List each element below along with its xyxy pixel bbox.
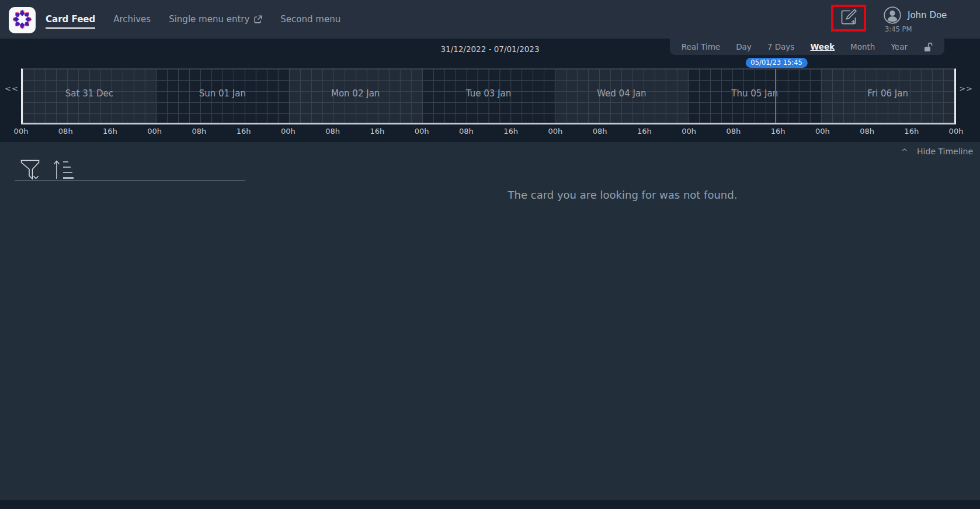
hour-label: 00h xyxy=(281,127,296,136)
hour-label: 08h xyxy=(726,127,741,136)
mode-7-days[interactable]: 7 Days xyxy=(767,42,795,51)
hour-label: 00h xyxy=(949,127,964,136)
day-label: Fri 06 Jan xyxy=(867,88,908,99)
compose-button-highlighted[interactable] xyxy=(831,5,866,32)
day-label: Thu 05 Jan xyxy=(731,88,778,99)
main-content: ^ Hide Timeline The card you are looking… xyxy=(0,142,980,500)
timeline-prev-button[interactable]: << xyxy=(5,84,19,93)
hide-timeline-button[interactable]: ^ Hide Timeline xyxy=(901,147,973,156)
mode-week[interactable]: Week xyxy=(810,42,835,51)
sort-button[interactable] xyxy=(53,160,74,180)
timeline-grid[interactable]: Sat 31 Dec Sun 01 Jan Mon 02 Jan Tue 03 … xyxy=(21,68,956,124)
hour-label: 08h xyxy=(192,127,207,136)
hour-label: 00h xyxy=(14,127,29,136)
timeline-next-button[interactable]: >> xyxy=(959,84,973,93)
timeline-day: Sat 31 Dec xyxy=(23,69,156,123)
hour-label: 00h xyxy=(415,127,429,136)
logo-icon xyxy=(11,8,33,33)
filter-button[interactable] xyxy=(20,160,41,180)
funnel-icon xyxy=(22,161,39,179)
user-time: 3:45 PM xyxy=(885,25,947,33)
user-name: John Doe xyxy=(908,10,947,20)
nav-item-second-menu[interactable]: Second menu xyxy=(280,14,340,25)
hour-label: 00h xyxy=(147,127,162,136)
caret-up-icon: ^ xyxy=(901,147,908,156)
hour-label: 08h xyxy=(860,127,874,136)
day-label: Sat 31 Dec xyxy=(65,88,113,99)
hour-label: 16h xyxy=(637,127,652,136)
bottom-strip xyxy=(0,500,980,509)
hour-label: 16h xyxy=(370,127,385,136)
main-nav: Card Feed Archives Single menu entry Sec… xyxy=(46,0,340,39)
hide-timeline-label: Hide Timeline xyxy=(917,147,973,156)
hour-label: 16h xyxy=(237,127,251,136)
mode-month[interactable]: Month xyxy=(850,42,875,51)
timeline-section: 31/12/2022 - 07/01/2023 Real Time Day 7 … xyxy=(0,39,980,142)
nav-item-label: Single menu entry xyxy=(169,14,249,25)
card-feed-toolbar xyxy=(20,160,74,180)
hour-label: 00h xyxy=(682,127,696,136)
compose-icon xyxy=(839,7,859,29)
timeline-range-modes: Real Time Day 7 Days Week Month Year xyxy=(670,39,944,55)
timeline-day: Fri 06 Jan xyxy=(821,69,954,123)
not-found-message: The card you are looking for was not fou… xyxy=(508,189,738,201)
timeline-day: Tue 03 Jan xyxy=(422,69,555,123)
day-label: Mon 02 Jan xyxy=(331,88,380,99)
nav-item-archives[interactable]: Archives xyxy=(113,14,151,25)
nav-item-single-menu-entry[interactable]: Single menu entry xyxy=(169,14,262,25)
hour-label: 08h xyxy=(58,127,73,136)
navbar: Card Feed Archives Single menu entry Sec… xyxy=(0,0,980,39)
timeline-day: Wed 04 Jan xyxy=(555,69,688,123)
day-label: Tue 03 Jan xyxy=(466,88,511,99)
app-logo[interactable] xyxy=(9,7,36,33)
mode-real-time[interactable]: Real Time xyxy=(682,42,720,51)
external-link-icon xyxy=(253,15,262,24)
timeline-day: Sun 01 Jan xyxy=(156,69,289,123)
hour-label: 08h xyxy=(459,127,474,136)
hour-label: 08h xyxy=(325,127,340,136)
mode-year[interactable]: Year xyxy=(891,42,908,51)
nav-item-card-feed[interactable]: Card Feed xyxy=(46,14,95,29)
hour-label: 16h xyxy=(103,127,117,136)
day-label: Sun 01 Jan xyxy=(199,88,246,99)
mode-day[interactable]: Day xyxy=(736,42,752,51)
hour-labels: 00h08h16h00h08h16h00h08h16h00h08h16h00h0… xyxy=(21,127,956,136)
panel-divider xyxy=(15,180,245,181)
hour-label: 00h xyxy=(548,127,562,136)
user-row: John Doe xyxy=(884,6,947,24)
hour-label: 16h xyxy=(771,127,786,136)
hour-label: 16h xyxy=(503,127,518,136)
timeline-day: Mon 02 Jan xyxy=(289,69,422,123)
avatar-icon xyxy=(884,6,901,24)
timeline-marker-line xyxy=(775,69,776,123)
timeline-marker-pill: 05/01/23 15:45 xyxy=(745,58,807,68)
hour-label: 00h xyxy=(815,127,830,136)
hour-label: 16h xyxy=(904,127,919,136)
user-menu[interactable]: John Doe 3:45 PM xyxy=(884,6,947,33)
sort-arrow-icon xyxy=(54,161,60,179)
hour-label: 08h xyxy=(593,127,607,136)
day-label: Wed 04 Jan xyxy=(597,88,646,99)
timeline-day: Thu 05 Jan xyxy=(688,69,821,123)
unlock-icon[interactable] xyxy=(923,42,933,52)
